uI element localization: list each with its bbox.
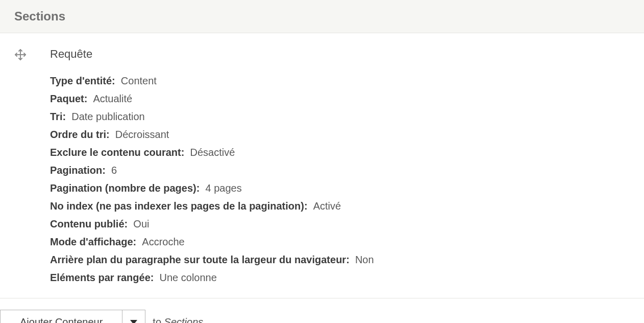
- property-label: No index (ne pas indexer les pages de la…: [50, 197, 313, 215]
- footer-to-text: to: [153, 316, 161, 323]
- property-row: Pagination (nombre de pages)4 pages: [50, 179, 644, 197]
- section-header: Sections: [0, 0, 644, 33]
- property-row: TriDate publication: [50, 108, 644, 126]
- section-entry-row: Requête Type d'entitéContentPaquetActual…: [14, 48, 644, 287]
- footer-bar: Ajouter Conteneur to Sections: [0, 298, 644, 323]
- property-value: Accroche: [142, 233, 184, 251]
- add-container-dropdown-toggle[interactable]: [122, 310, 145, 323]
- svg-marker-2: [130, 320, 137, 323]
- footer-target: Sections: [164, 316, 204, 323]
- property-row: Arrière plan du paragraphe sur toute la …: [50, 251, 644, 269]
- property-row: Eléments par rangéeUne colonne: [50, 269, 644, 287]
- property-value: Non: [355, 251, 374, 269]
- property-value: Désactivé: [190, 144, 235, 161]
- property-label: Exclure le contenu courant: [50, 144, 190, 161]
- property-value: Date publication: [71, 108, 144, 126]
- property-label: Mode d'affichage: [50, 233, 142, 251]
- property-label: Type d'entité: [50, 72, 121, 90]
- property-label: Arrière plan du paragraphe sur toute la …: [50, 251, 355, 269]
- drag-handle-icon[interactable]: [14, 48, 35, 61]
- property-value: Décroissant: [115, 126, 169, 144]
- property-row: Pagination6: [50, 161, 644, 179]
- property-label: Pagination: [50, 161, 111, 179]
- property-list: Type d'entitéContentPaquetActualitéTriDa…: [50, 72, 644, 287]
- section-body: Requête Type d'entitéContentPaquetActual…: [0, 33, 644, 298]
- property-label: Tri: [50, 108, 71, 126]
- add-container-button[interactable]: Ajouter Conteneur: [0, 310, 122, 323]
- property-value: Oui: [133, 215, 149, 233]
- section-title: Sections: [14, 9, 644, 24]
- property-row: Type d'entitéContent: [50, 72, 644, 90]
- entry-content: Requête Type d'entitéContentPaquetActual…: [35, 48, 644, 287]
- footer-text: to Sections: [153, 316, 203, 323]
- property-value: 4 pages: [205, 179, 241, 197]
- property-row: Mode d'affichageAccroche: [50, 233, 644, 251]
- property-value: 6: [111, 161, 117, 179]
- property-row: No index (ne pas indexer les pages de la…: [50, 197, 644, 215]
- property-value: Une colonne: [160, 269, 217, 287]
- property-row: Exclure le contenu courantDésactivé: [50, 144, 644, 161]
- property-label: Ordre du tri: [50, 126, 115, 144]
- property-label: Paquet: [50, 90, 93, 108]
- property-label: Pagination (nombre de pages): [50, 179, 205, 197]
- property-value: Actualité: [93, 90, 132, 108]
- property-value: Activé: [313, 197, 341, 215]
- add-button-group: Ajouter Conteneur: [0, 310, 145, 323]
- property-row: Contenu publiéOui: [50, 215, 644, 233]
- entry-title[interactable]: Requête: [50, 48, 644, 61]
- property-row: PaquetActualité: [50, 90, 644, 108]
- property-row: Ordre du triDécroissant: [50, 126, 644, 144]
- property-label: Contenu publié: [50, 215, 133, 233]
- property-value: Content: [121, 72, 157, 90]
- property-label: Eléments par rangée: [50, 269, 160, 287]
